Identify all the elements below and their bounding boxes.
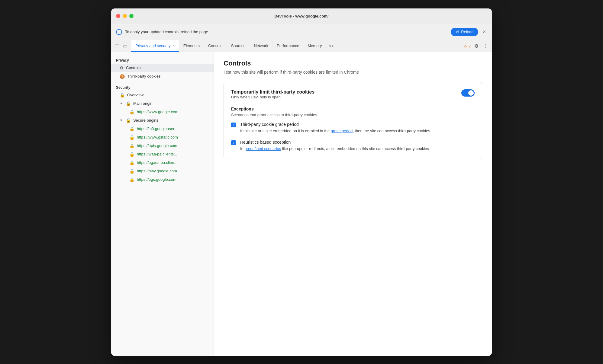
heuristics-checkbox[interactable] [231,140,236,145]
window-title: DevTools - www.google.com/ [274,14,328,18]
panel-title: Controls [224,59,482,67]
tab-privacy-and-security[interactable]: Privacy and security × [131,40,179,52]
sidebar-label: Third-party cookies [127,74,161,78]
card-heading-block: Temporarily limit third-party cookies On… [231,89,314,105]
panel-description: Test how this site will perform if third… [224,70,482,75]
sidebar-label: Main origin [133,101,153,106]
tab-memory[interactable]: Memory [303,40,326,52]
cookie-icon: 🍪 [120,74,125,79]
sidebar-item-controls[interactable]: ⚙ Controls [111,64,214,72]
grace-period-text: Third-party cookie grace period If this … [240,122,430,134]
tab-console[interactable]: Console [204,40,227,52]
tab-network[interactable]: Network [250,40,272,52]
tab-label: Elements [183,43,200,48]
tab-label: Privacy and security [135,43,170,48]
window-controls [116,14,134,18]
lock-icon: 🔒 [129,126,134,131]
exception-heading: Third-party cookie grace period [240,122,430,127]
card-subtitle: Only when DevTools is open [231,95,314,99]
more-tabs-button[interactable]: >> [326,40,337,52]
exception-body-before: In [240,146,244,151]
exception-body: In predefined scenarios like pop-ups or … [240,146,429,152]
sidebar-item-play-google[interactable]: 🔒 https://play.google.com [111,167,214,175]
cursor-tool-button[interactable]: ⬚ [114,42,121,50]
banner-text: To apply your updated controls, reload t… [125,30,448,34]
sidebar-item-gstatic[interactable]: 🔒 https://www.gstatic.com [111,133,214,142]
lock-icon: 🔒 [129,110,134,114]
lock-icon: 🔒 [126,101,131,106]
origin-link: https://www.gstatic.com [137,135,178,139]
sidebar: Privacy ⚙ Controls 🍪 Third-party cookies… [111,52,214,356]
tab-label: Memory [308,43,322,48]
sidebar-label: Secure origins [133,118,158,123]
device-tool-button[interactable]: ▭ [122,42,129,50]
tab-sources[interactable]: Sources [227,40,250,52]
exception-grace-period: Third-party cookie grace period If this … [231,122,475,134]
tabs-bar: ⬚ ▭ Privacy and security × Elements Cons… [111,40,492,52]
lock-icon: 🔒 [129,143,134,148]
minimize-button[interactable] [123,14,127,18]
lock-icon: 🔒 [120,93,125,97]
grace-period-checkbox[interactable] [231,123,236,127]
lock-icon: 🔒 [126,118,131,123]
lock-icon: 🔒 [129,160,134,165]
settings-button[interactable]: ⚙ [473,42,480,50]
limit-cookies-toggle[interactable] [461,89,475,97]
predefined-scenarios-link[interactable]: predefined scenarios [244,146,281,151]
reload-button[interactable]: ↺ Reload [451,28,478,36]
info-icon: i [116,29,122,35]
lock-icon: 🔒 [129,152,134,157]
tab-performance[interactable]: Performance [272,40,303,52]
sidebar-item-waa-pa[interactable]: 🔒 https://waa-pa.clients... [111,150,214,158]
tab-icon-group: ⬚ ▭ [114,42,129,50]
lock-icon: 🔒 [129,169,134,174]
origin-link: https://www.google.com [137,110,178,114]
origin-link: https://waa-pa.clients... [137,152,177,156]
sidebar-item-third-party-cookies[interactable]: 🍪 Third-party cookies [111,72,214,81]
origin-link: https://ogads-pa.clien... [137,160,177,165]
sidebar-item-google-main[interactable]: 🔒 https://www.google.com [111,108,214,116]
origin-link: https://ogs.google.com [137,177,176,182]
tab-label: Performance [277,43,299,48]
main-panel: Controls Test how this site will perform… [214,52,492,356]
sidebar-item-apis-google[interactable]: 🔒 https://apis.google.com [111,142,214,150]
origin-link: https://play.google.com [137,169,177,173]
origin-link: https://lh3.googleuser... [137,126,177,131]
sidebar-label: Controls [126,65,140,70]
sidebar-item-main-origin[interactable]: ▼ 🔒 Main origin [111,99,214,108]
exception-body-after: , then the site can access third-party c… [353,129,430,133]
exceptions-title: Exceptions [231,107,475,111]
close-button[interactable] [116,14,120,18]
lock-icon: 🔒 [129,135,134,140]
tab-list: Privacy and security × Elements Console … [131,40,464,52]
grace-period-link[interactable]: grace period [331,129,353,133]
sidebar-item-overview[interactable]: 🔒 Overview [111,91,214,99]
more-options-button[interactable]: ⋮ [482,42,489,50]
sidebar-item-secure-origins[interactable]: ▼ 🔒 Secure origins [111,116,214,125]
cookie-control-card: Temporarily limit third-party cookies On… [224,82,482,159]
titlebar: DevTools - www.google.com/ [111,8,492,24]
warning-badge: ⚠ 2 [464,44,471,48]
card-header-row: Temporarily limit third-party cookies On… [231,89,475,105]
maximize-button[interactable] [129,14,134,18]
tabs-right-group: ⚠ 2 ⚙ ⋮ [464,42,489,50]
sidebar-label: Overview [127,93,143,97]
sidebar-item-ogads[interactable]: 🔒 https://ogads-pa.clien... [111,158,214,167]
sidebar-item-ogs-google[interactable]: 🔒 https://ogs.google.com [111,175,214,184]
tab-close-icon[interactable]: × [173,44,175,47]
security-section-label: Security [111,83,214,91]
privacy-section-label: Privacy [111,56,214,64]
tab-elements[interactable]: Elements [179,40,204,52]
close-banner-button[interactable]: × [481,29,487,35]
exception-heuristics: Heuristics based exception In predefined… [231,140,475,152]
tab-label: Sources [231,43,246,48]
exception-heading: Heuristics based exception [240,140,429,145]
security-group: Security 🔒 Overview ▼ 🔒 Main origin 🔒 ht… [111,83,214,184]
reload-label: Reload [461,30,473,34]
tab-label: Console [208,43,223,48]
exception-body-after: like pop-ups or redirects, a site embedd… [281,146,429,151]
sidebar-item-lh3[interactable]: 🔒 https://lh3.googleuser... [111,125,214,133]
exception-body: If this site or a site embedded on it is… [240,128,430,134]
gear-icon: ⚙ [120,65,124,70]
devtools-window: DevTools - www.google.com/ i To apply yo… [111,8,492,356]
